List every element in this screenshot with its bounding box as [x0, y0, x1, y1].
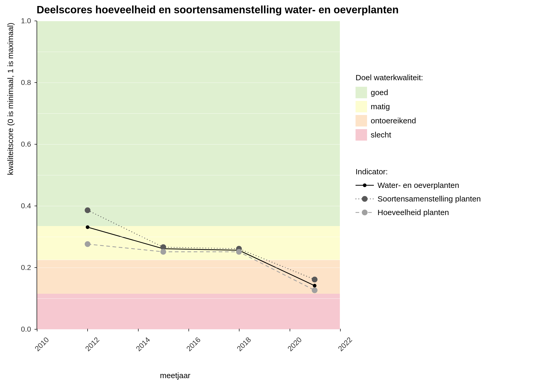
legend-band-label: matig [371, 102, 390, 111]
legend-indicator-item: Water- en oeverplanten [356, 181, 481, 190]
gridline [37, 298, 340, 299]
legend-band-label: slecht [371, 130, 391, 139]
legend-indicator-icon [356, 209, 374, 216]
y-tick-label: 0.6 [21, 140, 240, 148]
gridline [37, 52, 340, 52]
gridline [37, 237, 340, 237]
series-point [161, 249, 166, 255]
chart-lines-svg [37, 21, 340, 329]
x-tick [290, 329, 290, 331]
series-point [312, 287, 318, 293]
legend-indicator-label: Soortensamenstelling planten [378, 194, 481, 203]
y-axis-title: kwaliteitscore (0 is minimaal, 1 is maxi… [6, 23, 15, 175]
legend-band-label: ontoereikend [371, 116, 416, 125]
legend-band-item: matig [356, 101, 423, 112]
legend-indicators: Indicator: Water- en oeverplantenSoorten… [356, 167, 481, 222]
y-tick-label: 0.8 [21, 78, 240, 87]
legend-indicators-items: Water- en oeverplantenSoortensamenstelli… [356, 181, 481, 217]
legend-bands: Doel waterkwaliteit: goedmatigontoereike… [356, 73, 423, 143]
legend-band-label: goed [371, 88, 388, 97]
legend-swatch [356, 115, 367, 126]
gridline [37, 175, 340, 175]
y-tick-label: 0.2 [21, 263, 240, 272]
legend-indicators-title: Indicator: [356, 167, 481, 176]
gridline [37, 113, 340, 114]
legend-bands-title: Doel waterkwaliteit: [356, 73, 423, 82]
series-point [313, 284, 317, 287]
legend-indicator-label: Water- en oeverplanten [378, 181, 459, 190]
y-tick-label: 0.4 [21, 202, 240, 210]
legend-band-item: slecht [356, 129, 423, 141]
legend-swatch [356, 129, 367, 141]
series-line [88, 227, 315, 286]
svg-point-3 [362, 196, 368, 202]
y-tick-label: 0.0 [21, 325, 240, 333]
svg-point-1 [363, 183, 367, 187]
legend-indicator-item: Soortensamenstelling planten [356, 194, 481, 203]
series-point [236, 249, 242, 255]
legend-indicator-item: Hoeveelheid planten [356, 208, 481, 217]
series-point [312, 277, 318, 283]
chart-title: Deelscores hoeveelheid en soortensamenst… [37, 4, 399, 16]
legend-bands-items: goedmatigontoereikendslecht [356, 87, 423, 141]
legend-indicator-icon [356, 195, 374, 203]
legend-indicator-label: Hoeveelheid planten [378, 208, 449, 217]
legend-indicator-icon [356, 181, 374, 189]
series-point [86, 225, 89, 229]
legend-band-item: ontoereikend [356, 115, 423, 126]
series-point [85, 241, 90, 247]
y-tick-label: 1.0 [21, 17, 240, 25]
svg-point-5 [362, 210, 368, 215]
plot-area [37, 21, 340, 329]
legend-swatch [356, 87, 367, 98]
legend-swatch [356, 101, 367, 112]
x-tick [340, 329, 341, 331]
x-axis-title: meetjaar [160, 371, 191, 380]
legend-band-item: goed [356, 87, 423, 98]
